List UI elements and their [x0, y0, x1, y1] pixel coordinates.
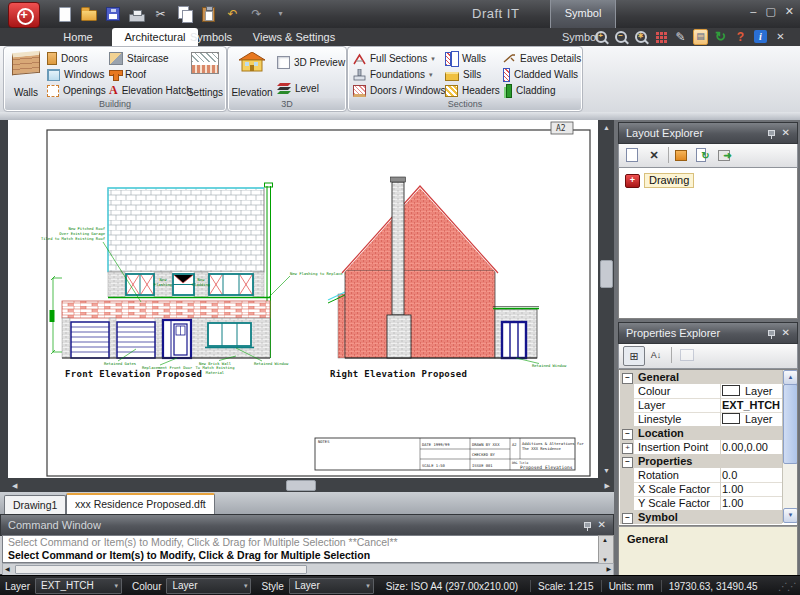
print-icon[interactable] — [128, 6, 145, 23]
property-value[interactable]: 0.00,0.00 — [718, 440, 782, 454]
cladding-button[interactable]: Cladding — [503, 83, 555, 98]
minimize-button[interactable]: – — [750, 5, 756, 18]
property-row-rotation[interactable]: Rotation 0.0 — [620, 468, 782, 483]
sort-alphabetical-icon[interactable]: A↓ — [646, 346, 666, 364]
property-row-linestyle[interactable]: Linestyle Layer — [620, 412, 782, 427]
maximize-button[interactable]: ▢ — [765, 5, 775, 18]
delete-layout-icon[interactable]: ✕ — [644, 146, 664, 164]
zoom-out-icon[interactable]: − — [613, 29, 628, 44]
command-vscrollbar[interactable]: ▲ ▼ — [598, 535, 614, 565]
close-panel-icon[interactable]: ✕ — [782, 328, 790, 338]
foundations-button[interactable]: Foundations ▾ — [353, 67, 433, 82]
redo-icon[interactable]: ↷ — [248, 6, 265, 23]
command-history[interactable]: Select Command or Item(s) to Modify, Cli… — [2, 535, 600, 563]
category-general[interactable]: − General — [620, 370, 782, 384]
paste-icon[interactable] — [200, 6, 217, 23]
property-row-yscale[interactable]: Y Scale Factor 1.00 — [620, 496, 782, 511]
refresh-icon[interactable]: ↻ — [713, 29, 728, 44]
expand-icon[interactable]: + — [622, 443, 633, 454]
tab-symbols[interactable]: Symbols — [180, 28, 242, 46]
close-document-icon[interactable]: ✕ — [773, 29, 788, 44]
category-symbol[interactable]: − Symbol — [620, 510, 782, 524]
elevation-hatch-button[interactable]: A Elevation Hatch — [109, 83, 192, 98]
staircase-button[interactable]: Staircase — [109, 51, 169, 66]
vscroll-thumb[interactable] — [600, 260, 613, 288]
collapse-icon[interactable]: − — [622, 429, 633, 440]
properties-explorer-titlebar[interactable]: Properties Explorer ✕ — [618, 322, 798, 344]
info-icon[interactable]: i — [753, 29, 768, 44]
drawing-canvas[interactable]: A2 — [8, 120, 598, 478]
pin-icon[interactable] — [768, 330, 775, 336]
propgrid-vscrollbar[interactable]: ▲ ▼ — [782, 370, 797, 523]
settings-button[interactable]: Settings — [187, 50, 223, 100]
cladded-walls-button[interactable]: Cladded Walls — [503, 67, 578, 82]
tab-views-settings[interactable]: Views & Settings — [242, 28, 346, 46]
property-row-insertion-point[interactable]: + Insertion Point 0.00,0.00 — [620, 440, 782, 455]
collapse-icon[interactable]: − — [622, 513, 633, 524]
full-sections-button[interactable]: Full Sections ▾ — [353, 51, 435, 66]
copy-icon[interactable] — [176, 6, 193, 23]
collapse-icon[interactable]: − — [622, 457, 633, 468]
pin-icon[interactable] — [584, 522, 591, 528]
property-value[interactable]: 1.00 — [718, 496, 782, 510]
scroll-up-icon[interactable]: ▲ — [603, 124, 610, 131]
qat-overflow-icon[interactable]: ▾ — [272, 6, 289, 23]
close-panel-icon[interactable]: ✕ — [598, 520, 606, 530]
property-value[interactable]: 1.00 — [718, 482, 782, 496]
cut-icon[interactable]: ✂ — [152, 6, 169, 23]
property-row-colour[interactable]: Colour Layer — [620, 384, 782, 399]
tab-residence-proposed[interactable]: xxx Residence Proposed.dft — [66, 493, 215, 516]
walls-button[interactable]: Walls — [7, 50, 45, 100]
drawing-canvas-svg[interactable]: A2 — [8, 120, 598, 478]
property-row-layer[interactable]: Layer EXT_HTCH — [620, 398, 782, 413]
scroll-right-icon[interactable]: ▶ — [605, 482, 610, 489]
sketch-icon[interactable]: ✎ — [673, 29, 688, 44]
close-panel-icon[interactable]: ✕ — [782, 128, 790, 138]
property-grid[interactable]: − General Colour Layer Layer EXT_HTCH Li… — [618, 369, 798, 526]
import-layout-icon[interactable]: ➜ — [715, 146, 735, 164]
property-value[interactable]: Layer — [718, 412, 782, 426]
open-file-icon[interactable] — [80, 6, 97, 23]
category-location[interactable]: − Location — [620, 426, 782, 440]
doors-windows-sections-button[interactable]: Doors / Windows ▾ — [353, 83, 453, 98]
level-button[interactable]: Level — [277, 81, 319, 96]
hscroll-thumb[interactable] — [15, 565, 307, 574]
scroll-down-icon[interactable]: ▼ — [603, 467, 610, 474]
tab-home[interactable]: Home — [48, 28, 108, 46]
resize-grip-icon[interactable]: ⋰⋰ — [778, 581, 796, 592]
scroll-up-icon[interactable]: ▲ — [602, 537, 608, 543]
layout-tree-item-drawing[interactable]: + Drawing — [625, 173, 694, 188]
windows-button[interactable]: Windows — [47, 67, 105, 82]
layer-dropdown[interactable]: EXT_HTCH▾ — [35, 578, 122, 594]
scroll-left-icon[interactable]: ◀ — [5, 565, 10, 572]
pin-icon[interactable] — [768, 130, 775, 136]
openings-button[interactable]: Openings — [47, 83, 106, 98]
drawing-board-icon[interactable]: ▤ — [693, 29, 708, 44]
section-walls-button[interactable]: Walls — [445, 51, 486, 66]
new-layout-icon[interactable] — [622, 146, 642, 164]
scroll-down-icon[interactable]: ▼ — [783, 508, 798, 523]
canvas-vscrollbar[interactable]: ▲ ▼ — [598, 120, 614, 478]
publish-layout-icon[interactable] — [671, 146, 691, 164]
help-icon[interactable]: ? — [733, 29, 748, 44]
headers-button[interactable]: Headers — [445, 83, 500, 98]
collapse-icon[interactable]: − — [622, 373, 633, 384]
command-window-titlebar[interactable]: Command Window ✕ — [0, 514, 614, 536]
snap-grid-icon[interactable] — [653, 29, 668, 44]
context-tab-group[interactable]: Symbol — [550, 0, 616, 29]
eaves-details-button[interactable]: Eaves Details — [503, 51, 581, 66]
sills-button[interactable]: Sills — [445, 67, 481, 82]
category-properties[interactable]: − Properties — [620, 454, 782, 468]
scroll-left-icon[interactable]: ◀ — [12, 482, 17, 489]
tab-drawing1[interactable]: Drawing1 — [4, 495, 66, 515]
property-value[interactable]: EXT_HTCH — [718, 398, 782, 412]
doors-button[interactable]: Doors — [47, 51, 88, 66]
elevation-button[interactable]: Elevation — [231, 50, 273, 100]
save-icon[interactable] — [104, 6, 121, 23]
colour-dropdown[interactable]: Layer▾ — [166, 578, 251, 594]
vscroll-thumb[interactable] — [783, 384, 798, 464]
layout-explorer-titlebar[interactable]: Layout Explorer ✕ — [618, 122, 798, 144]
scroll-up-icon[interactable]: ▲ — [783, 370, 798, 385]
undo-icon[interactable]: ↶ — [224, 6, 241, 23]
close-button[interactable]: ✕ — [785, 5, 794, 18]
